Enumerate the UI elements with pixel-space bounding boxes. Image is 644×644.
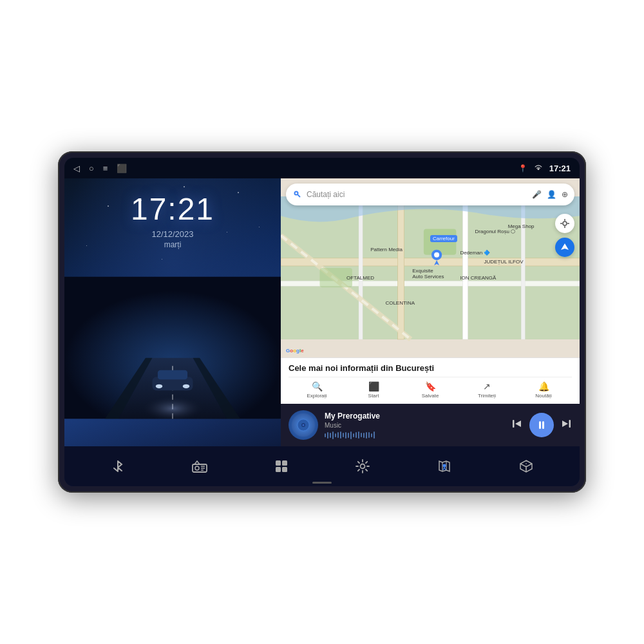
clock-time: 17:21 <box>131 191 214 227</box>
settings-button[interactable] <box>351 455 374 478</box>
location-icon: 📍 <box>518 164 527 173</box>
map-search-actions: 🎤 👤 ⊕ <box>532 190 568 199</box>
device: ◁ ○ ≡ ⬛ 📍 17:21 <box>58 151 586 493</box>
bottom-bar <box>64 446 580 486</box>
saved-icon: 🔖 <box>425 381 436 392</box>
map-label-dedeman: Dedeman 🔷 <box>460 250 490 256</box>
right-panel: Pattern Media Carrefour Dragonul Roșu ⬡ … <box>281 178 580 446</box>
start-icon: ⬛ <box>368 381 379 392</box>
device-screen: ◁ ○ ≡ ⬛ 📍 17:21 <box>64 158 580 486</box>
screenshot-button[interactable]: ⬛ <box>117 164 127 173</box>
album-art-inner <box>292 413 315 437</box>
music-player: My Prerogative Music <box>281 404 580 446</box>
svg-point-47 <box>442 464 446 468</box>
svg-point-38 <box>195 466 199 470</box>
status-icons: 📍 17:21 <box>518 164 571 173</box>
tab-start-label: Start <box>368 393 379 399</box>
tab-send[interactable]: ↗ Trimiteți <box>459 381 515 399</box>
maps-bottom-button[interactable] <box>433 455 456 478</box>
mic-icon[interactable]: 🎤 <box>532 190 542 199</box>
svg-rect-42 <box>276 460 281 466</box>
tab-start[interactable]: ⬛ Start <box>345 381 402 399</box>
map-search-bar[interactable]: Căutați aici 🎤 👤 ⊕ <box>286 184 574 205</box>
location-button[interactable] <box>555 214 574 233</box>
main-content: 17:21 12/12/2023 marți <box>64 178 580 446</box>
map-label-exquisite: ExquisiteAuto Services <box>412 268 444 279</box>
maps-bottom-icon <box>433 455 456 478</box>
pause-button[interactable] <box>529 413 554 437</box>
apps-icon <box>270 455 293 478</box>
map-label-colentina: COLENTINA <box>385 300 415 306</box>
tab-explore-label: Explorați <box>307 393 327 399</box>
navigate-button[interactable] <box>555 238 574 257</box>
map-label-ion: ION CREANGĂ <box>460 275 496 281</box>
svg-rect-5 <box>158 370 187 380</box>
wifi-icon <box>534 164 543 173</box>
info-panel: Cele mai noi informații din București 🔍 … <box>281 357 580 404</box>
map-label-dragon: Dragonul Roșu ⬡ <box>475 229 516 234</box>
clock-date: 12/12/2023 <box>131 229 214 239</box>
svg-rect-12 <box>398 196 404 339</box>
map-search-placeholder: Căutați aici <box>307 190 527 199</box>
tab-saved-label: Salvate <box>422 393 439 399</box>
cube-icon <box>515 455 538 478</box>
prev-button[interactable] <box>511 418 523 432</box>
svg-rect-34 <box>539 421 541 429</box>
send-icon: ↗ <box>483 381 491 392</box>
svg-point-32 <box>303 424 305 426</box>
bluetooth-button[interactable] <box>106 455 129 478</box>
svg-rect-45 <box>282 467 287 472</box>
svg-line-24 <box>298 194 301 197</box>
menu-button[interactable]: ≡ <box>103 164 108 173</box>
left-panel: 17:21 12/12/2023 marți <box>64 178 281 446</box>
music-info: My Prerogative Music <box>325 412 505 439</box>
svg-rect-43 <box>282 460 287 466</box>
svg-rect-10 <box>281 258 580 266</box>
account-icon[interactable]: 👤 <box>547 190 556 199</box>
cube-button[interactable] <box>515 455 538 478</box>
svg-rect-33 <box>513 420 515 428</box>
album-art <box>289 410 318 440</box>
map-label-mega: Mega Shop <box>508 223 535 229</box>
maps-search-icon <box>292 189 301 200</box>
tab-explore[interactable]: 🔍 Explorați <box>289 381 345 399</box>
status-time: 17:21 <box>549 164 571 173</box>
svg-point-46 <box>361 464 365 469</box>
clock-day: marți <box>131 240 214 249</box>
layers-icon[interactable]: ⊕ <box>562 190 568 199</box>
music-waveform <box>325 431 505 439</box>
tab-news-label: Noutăți <box>535 393 551 399</box>
explore-icon: 🔍 <box>312 381 323 392</box>
nav-buttons: ◁ ○ ≡ ⬛ <box>73 164 127 173</box>
svg-point-23 <box>296 192 298 194</box>
tab-news[interactable]: 🔔 Noutăți <box>515 381 572 399</box>
svg-rect-44 <box>276 467 281 472</box>
swipe-indicator <box>312 482 332 484</box>
radio-button[interactable] <box>188 455 211 478</box>
status-bar: ◁ ○ ≡ ⬛ 📍 17:21 <box>64 158 580 178</box>
car-tunnel-image <box>64 249 281 446</box>
info-tabs: 🔍 Explorați ⬛ Start 🔖 Salvate ↗ <box>289 377 572 399</box>
map-label-carrefour: Carrefour <box>430 236 457 242</box>
map-label-oftalmed: OFTALMED <box>346 275 374 281</box>
radio-icon <box>188 455 211 478</box>
music-source: Music <box>325 422 505 429</box>
svg-point-21 <box>434 252 439 258</box>
music-title: My Prerogative <box>325 412 505 421</box>
map-label-judet: JUDEȚUL ILFOV <box>484 259 524 265</box>
map-label-pattern: Pattern Media <box>370 247 402 252</box>
svg-rect-14 <box>359 196 363 339</box>
tab-send-label: Trimiteți <box>478 393 496 399</box>
apps-button[interactable] <box>270 455 293 478</box>
next-button[interactable] <box>560 418 572 432</box>
settings-icon <box>351 455 374 478</box>
svg-rect-13 <box>462 196 468 339</box>
home-button[interactable]: ○ <box>89 164 94 173</box>
svg-point-7 <box>183 384 190 388</box>
news-icon: 🔔 <box>538 381 549 392</box>
tab-saved[interactable]: 🔖 Salvate <box>402 381 459 399</box>
map-area[interactable]: Pattern Media Carrefour Dragonul Roșu ⬡ … <box>281 178 580 357</box>
bluetooth-icon <box>106 455 129 478</box>
music-controls <box>511 413 572 437</box>
back-button[interactable]: ◁ <box>73 164 80 173</box>
